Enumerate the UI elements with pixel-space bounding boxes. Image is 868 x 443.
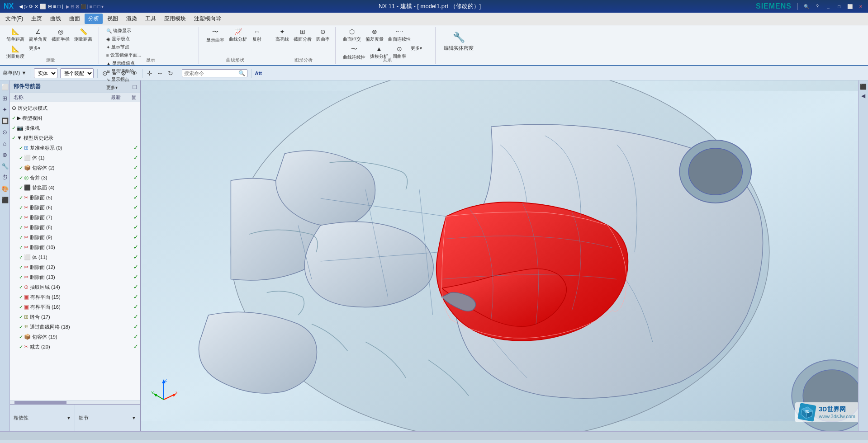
tree-item-17[interactable]: ✓⊞ 缝合 (17) ✓ [10, 312, 140, 322]
tree-item-8[interactable]: ✓✂ 删除面 (8) ✓ [10, 222, 140, 232]
left-icon-analysis[interactable]: ⊛ [0, 150, 9, 160]
tree-item-0[interactable]: ✓⊞ 基准坐标系 (0) ✓ [10, 143, 140, 153]
maximize-button[interactable]: ⬜ [846, 3, 854, 10]
tree-item-12[interactable]: ✓✂ 删除面 (12) ✓ [10, 262, 140, 272]
menu-tools[interactable]: 工具 [142, 14, 160, 24]
scrollbar-thumb[interactable] [14, 401, 66, 404]
menu-dropdown-btn[interactable]: 菜单(M) ▼ [3, 70, 26, 76]
tree-item-10[interactable]: ✓✂ 删除面 (10) ✓ [10, 242, 140, 252]
show-nodes-btn[interactable]: ✦ 显示节点 [104, 43, 195, 51]
tree-item-modelviews[interactable]: ✓ ▶ 模型视图 [10, 113, 140, 123]
left-icon-tools[interactable]: 🔧 [0, 161, 9, 171]
tree-item-16[interactable]: ✓▣ 有界平面 (16) ✓ [10, 302, 140, 312]
tree-item-6[interactable]: ✓✂ 删除面 (6) ✓ [10, 203, 140, 212]
watermark-sitename: 3D世界网 [819, 405, 855, 414]
tree-item-history-root[interactable]: ✓ ▼ 模型历史记录 [10, 133, 140, 143]
tree-item-9[interactable]: ✓✂ 删除面 (9) ✓ [10, 232, 140, 242]
show-curvature-btn[interactable]: 〜 显示曲率 [204, 27, 226, 44]
assembly-select[interactable]: 整个装配 [60, 68, 94, 78]
restore-button[interactable]: □ [835, 3, 843, 10]
tree-item-camera[interactable]: ✓ 📷 摄像机 [10, 123, 140, 133]
left-icon-constraints[interactable]: ✦ [0, 105, 9, 114]
tree-item-18[interactable]: ✓≋ 通过曲线网格 (18) ✓ [10, 322, 140, 332]
del-face-9-icon: ✂ [24, 233, 28, 241]
menu-home[interactable]: 主页 [28, 14, 46, 24]
right-icon-1[interactable]: ⬛ [859, 82, 868, 91]
reflect-icon: ↔ [254, 28, 260, 35]
left-icon-palette[interactable]: 🎨 [0, 184, 9, 193]
simple-angle-btn[interactable]: ∠ 简单角度 [27, 27, 49, 43]
measure-angle-btn[interactable]: 📐 测量角度 [5, 44, 26, 61]
close-button[interactable]: ✕ [857, 3, 864, 10]
ribbon-group-display: 🔍 镜像显示 ◉ 显示极点 ✦ 显示节点 ≡ 设置镜像平面... ▲ 显示峰值点… [103, 27, 199, 64]
navigator-scrollbar[interactable] [10, 401, 140, 404]
left-icon-view[interactable]: 🔲 [0, 116, 9, 126]
edit-density-btn[interactable]: 🔧 编辑实体密度 [441, 27, 476, 56]
menu-mold[interactable]: 注塑模向导 [190, 14, 225, 24]
menu-surface[interactable]: 曲面 [66, 14, 84, 24]
left-icon-home[interactable]: ⌂ [0, 139, 9, 148]
simple-distance-btn[interactable]: 📐 简单距离 [5, 27, 26, 43]
relations-more-btn[interactable]: 更多▾ [409, 44, 424, 61]
curveshape-label: 曲线形状 [226, 57, 244, 63]
menu-file[interactable]: 文件(F) [2, 14, 27, 24]
right-icon-2[interactable]: ◀ [860, 91, 866, 100]
surface-continuity-btn[interactable]: 〰 曲面连续性 [386, 27, 413, 43]
mirror-display-btn[interactable]: 🔍 镜像显示 [104, 27, 195, 34]
watermark-cube: 3D [797, 403, 816, 422]
arc-length-btn[interactable]: ◎ 截面半径 [50, 27, 71, 43]
minimize-button[interactable]: _ [825, 3, 832, 10]
left-icon-time[interactable]: ⏱ [0, 173, 9, 182]
surface-intersect-btn[interactable]: ⬡ 曲面框交 [341, 27, 363, 43]
watermark: 3D 3D世界网 www.3dsJw.com [795, 402, 859, 422]
circle-curvature-btn[interactable]: ⊙ 圆曲率 [314, 27, 332, 43]
density-icon: 🔧 [453, 32, 465, 43]
dependencies-panel[interactable]: 相依性 ▼ [10, 405, 75, 431]
tree-item-14[interactable]: ✓⊙ 抽取区域 (14) ✓ [10, 282, 140, 292]
left-icon-select[interactable]: ⬜ [0, 82, 9, 92]
solid-select[interactable]: 实体 曲面 [34, 68, 57, 78]
ribbon-group-relations: ⬡ 曲面框交 ⊛ 偏差度量 〰 曲面连续性 〜 曲线连续性 ▲ 拔模分析 ⊙ 周… [339, 27, 436, 64]
tree-item-history[interactable]: ⊙ 历史记录模式 [10, 103, 140, 113]
search-icon[interactable]: 🔍 [803, 3, 810, 10]
deviation-btn[interactable]: ⊛ 偏差度量 [364, 27, 385, 43]
measure-ang-icon: 📐 [12, 45, 19, 52]
tree-item-11[interactable]: ✓⬜ 体 (11) ✓ [10, 252, 140, 262]
tree-item-20[interactable]: ✓✂ 减去 (20) ✓ [10, 342, 140, 352]
measure-distance-btn[interactable]: 📏 测量距离 [72, 27, 94, 43]
menu-analysis[interactable]: 分析 [85, 14, 103, 24]
tree-item-7[interactable]: ✓✂ 删除面 (7) ✓ [10, 212, 140, 222]
menu-render[interactable]: 渲染 [123, 14, 141, 24]
tree-item-5[interactable]: ✓✂ 删除面 (5) ✓ [10, 193, 140, 203]
tree-item-2[interactable]: ✓📦 包容体 (2) ✓ [10, 163, 140, 173]
curve-continuity-btn[interactable]: 〜 曲线连续性 [341, 44, 367, 61]
intersect-icon: ⬡ [349, 28, 355, 35]
face-curvature-btn[interactable]: ⊙ 周曲率 [391, 44, 408, 61]
toolbar-extra: ▶ ⊟ ⊠ ⬛ | ≡ □ □ ▾ [66, 4, 104, 9]
reflect-btn[interactable]: ↔ 反射 [250, 27, 264, 44]
left-icon-camera[interactable]: ⊙ [0, 127, 9, 137]
show-adjust-btn[interactable]: ≋ 显示调整的 [104, 68, 195, 75]
measure-more-btn[interactable]: 更多▾ [27, 44, 42, 61]
tree-item-15[interactable]: ✓▣ 有界平面 (15) ✓ [10, 292, 140, 302]
3d-viewport[interactable]: Z X Y 3D [141, 80, 868, 431]
tree-item-13[interactable]: ✓✂ 删除面 (13) ✓ [10, 272, 140, 282]
left-icon-misc[interactable]: ⬛ [0, 195, 9, 205]
tree-item-4[interactable]: ✓⬛ 替换面 (4) ✓ [10, 183, 140, 193]
left-icon-parts[interactable]: ⊞ [0, 94, 9, 103]
replace-face-icon: ⬛ [24, 184, 31, 192]
tree-item-3[interactable]: ✓◎ 合并 (3) ✓ [10, 173, 140, 183]
tree-item-1[interactable]: ✓⬜ 体 (1) ✓ [10, 153, 140, 163]
menu-apps[interactable]: 应用模块 [161, 14, 190, 24]
details-panel[interactable]: 细节 ▼ [75, 405, 140, 431]
show-poles-btn[interactable]: ◉ 显示极点 [104, 35, 195, 42]
menu-view[interactable]: 视图 [104, 14, 122, 24]
tree-item-19[interactable]: ✓📦 包容体 (19) ✓ [10, 332, 140, 342]
section-analysis-btn[interactable]: ⊞ 截面分析 [292, 27, 313, 43]
menu-curves[interactable]: 曲线 [47, 14, 65, 24]
mirror-plane-icon: ≡ [106, 53, 109, 58]
curve-analysis-btn[interactable]: 📈 曲线分析 [227, 27, 249, 44]
highlight-lines-btn[interactable]: ✦ 高亮线 [274, 27, 291, 43]
relations-buttons: ⬡ 曲面框交 ⊛ 偏差度量 〰 曲面连续性 〜 曲线连续性 ▲ 拔模分析 ⊙ 周… [341, 27, 432, 61]
help-icon[interactable]: ? [814, 3, 821, 10]
